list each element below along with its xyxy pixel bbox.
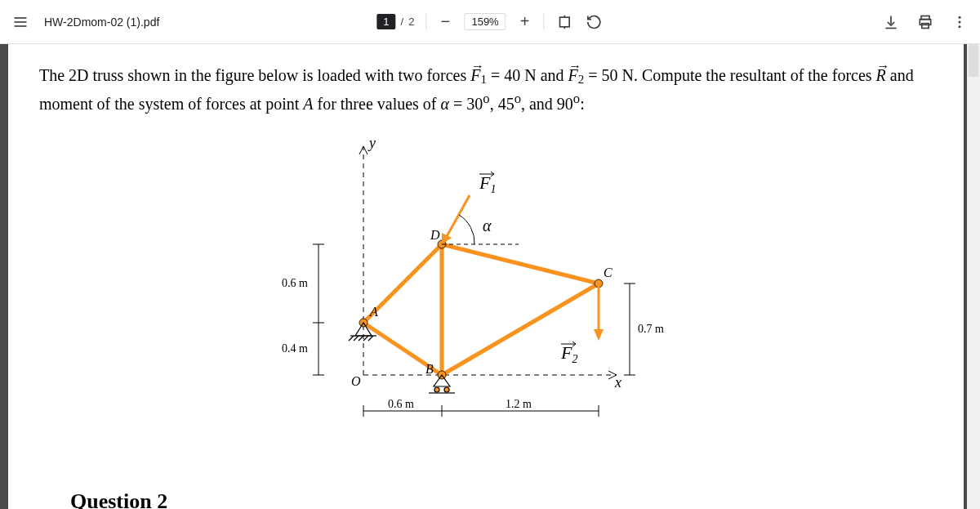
label-y: y [368,135,376,151]
pdf-toolbar: HW-2Dmom-02 (1).pdf 1 / 2 − 159% + [0,0,980,44]
label-C: C [604,266,612,279]
svg-line-29 [363,336,368,341]
page-current-input[interactable]: 1 [376,14,395,29]
svg-point-33 [444,387,449,392]
pdf-page: The 2D truss shown in the figure below i… [8,44,964,509]
label-F1: F1 [479,172,496,195]
svg-point-11 [959,20,961,23]
svg-point-32 [434,387,439,392]
pdf-viewport[interactable]: The 2D truss shown in the figure below i… [0,44,980,509]
zoom-level[interactable]: 159% [464,13,506,30]
svg-point-10 [959,16,961,18]
rotate-icon[interactable] [586,13,604,31]
zoom-out-button[interactable]: − [438,12,452,31]
truss-figure: y x O [274,130,698,424]
separator [425,14,426,30]
fit-page-icon[interactable] [556,13,574,31]
label-F2: F2 [560,342,577,365]
dim-06m-a: 0.6 m [282,277,308,289]
scrollbar-track[interactable] [967,44,980,509]
next-question-heading: Question 2 [70,489,167,509]
problem-statement: The 2D truss shown in the figure below i… [39,64,933,115]
svg-marker-39 [594,329,604,341]
svg-point-12 [959,25,961,28]
label-B: B [425,362,434,376]
separator [544,14,545,30]
download-icon[interactable] [882,13,900,31]
label-alpha: α [483,217,492,234]
label-O: O [351,374,361,388]
more-icon[interactable] [951,13,969,31]
menu-icon[interactable] [11,13,29,31]
svg-line-18 [442,244,599,284]
label-A: A [369,305,378,319]
dim-12m: 1.2 m [506,398,532,410]
dim-07m: 0.7 m [638,323,664,335]
zoom-in-button[interactable]: + [518,12,532,31]
svg-rect-3 [560,17,570,27]
label-D: D [430,228,440,242]
page-indicator: 1 / 2 [376,14,414,29]
page-separator: / [401,16,404,28]
file-name: HW-2Dmom-02 (1).pdf [44,16,159,29]
svg-line-35 [445,195,470,239]
dim-04m: 0.4 m [282,342,308,355]
svg-line-27 [354,336,359,341]
print-icon[interactable] [916,13,934,31]
svg-line-28 [359,336,363,341]
dim-06m-b: 0.6 m [388,398,414,410]
page-total: 2 [408,16,414,28]
svg-line-26 [349,336,354,341]
label-x: x [614,374,621,391]
svg-line-30 [368,336,373,341]
scrollbar-thumb[interactable] [969,44,978,77]
